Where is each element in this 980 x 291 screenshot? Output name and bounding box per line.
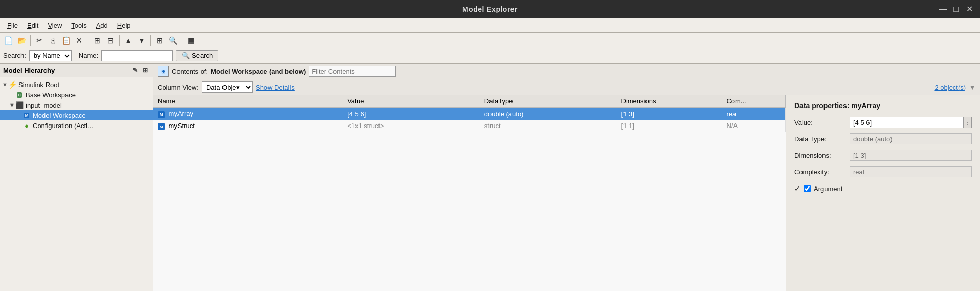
tree-item-base-workspace[interactable]: H Base Workspace	[0, 90, 153, 100]
menu-bar: File Edit View Tools Add Help	[0, 18, 980, 33]
name-input[interactable]	[101, 50, 173, 61]
tree-item-configuration[interactable]: ● Configuration (Acti...	[0, 120, 153, 131]
minimize-button[interactable]: —	[938, 5, 947, 14]
col-header-dimensions[interactable]: Dimensions	[617, 95, 722, 108]
contents-header: ⊞ Contents of: Model Workspace (and belo…	[153, 64, 980, 79]
row-name-mystruct: M myStruct	[153, 120, 343, 132]
base-workspace-icon: H	[15, 91, 24, 99]
prop-row-dimensions: Dimensions:	[794, 150, 972, 161]
filter-input[interactable]	[309, 66, 396, 77]
prop-row-datatype: Data Type:	[794, 133, 972, 144]
value-input[interactable]	[850, 117, 964, 128]
menu-help[interactable]: Help	[113, 20, 135, 31]
row-dimensions-myarray: [1 3]	[617, 108, 722, 120]
value-label: Value:	[794, 119, 845, 127]
objects-count[interactable]: 2 object(s)	[934, 84, 966, 91]
toolbar-grid-btn[interactable]: ⊟	[104, 35, 117, 46]
col-header-complexity[interactable]: Com...	[722, 95, 786, 108]
properties-panel: Data properties: myArray Value: ⋮ Data T…	[786, 95, 980, 291]
toolbar-cut-btn[interactable]: ✂	[33, 35, 46, 46]
dimensions-input[interactable]	[850, 150, 972, 161]
toolbar-table-btn[interactable]: ⊞	[91, 35, 103, 46]
expand-spacer-1	[9, 92, 15, 98]
table-row[interactable]: M myArray [4 5 6] double (auto) [1 3] re…	[153, 108, 786, 120]
column-view-select[interactable]: Data Obje▾	[202, 81, 253, 93]
menu-add[interactable]: Add	[92, 20, 112, 31]
search-label: Search:	[3, 52, 26, 59]
complexity-input[interactable]	[850, 166, 972, 177]
toolbar-copy-btn[interactable]: ⎘	[47, 35, 59, 46]
table-area: Name Value DataType Dimensions Com... M	[153, 95, 786, 291]
base-workspace-label: Base Workspace	[26, 91, 76, 99]
datatype-input[interactable]	[850, 133, 972, 144]
tree-area: ▼ ⚡ Simulink Root H Base Workspace ▼ ⬛ i…	[0, 77, 153, 291]
contents-icon: ⊞	[158, 66, 169, 77]
toolbar: 📄 📂 ✂ ⎘ 📋 ✕ ⊞ ⊟ ▲ ▼ ⊞ 🔍 ▦	[0, 33, 980, 48]
toolbar-delete-btn[interactable]: ✕	[73, 35, 85, 46]
title-bar: Model Explorer — □ ✕	[0, 0, 980, 18]
col-header-datatype[interactable]: DataType	[480, 95, 617, 108]
expand-input-model[interactable]: ▼	[9, 102, 15, 108]
row-datatype-mystruct: struct	[480, 120, 617, 132]
expand-icon[interactable]: ▼	[2, 81, 8, 88]
contents-prefix: Contents of:	[172, 68, 208, 75]
main-area: Model Hierarchy ✎ ⊞ ▼ ⚡ Simulink Root H …	[0, 64, 980, 291]
view-icon[interactable]: ⊞	[141, 66, 150, 75]
search-icon: 🔍	[182, 52, 190, 59]
model-workspace-icon: M	[23, 111, 31, 119]
toolbar-up-btn[interactable]: ▲	[122, 35, 135, 46]
close-button[interactable]: ✕	[965, 5, 974, 14]
search-type-select[interactable]: by Name	[29, 50, 72, 61]
row-dimensions-mystruct: [1 1]	[617, 120, 722, 132]
search-button[interactable]: 🔍 Search	[176, 50, 218, 61]
filter-dropdown-icon[interactable]: ▼	[969, 83, 976, 91]
checkmark-icon: ✓	[794, 184, 800, 193]
row-name-myarray: M myArray	[153, 108, 343, 120]
col-header-value[interactable]: Value	[343, 95, 480, 108]
tree-item-simulink-root[interactable]: ▼ ⚡ Simulink Root	[0, 79, 153, 90]
toolbar-open-btn[interactable]: 📂	[15, 35, 28, 46]
show-details-button[interactable]: Show Details	[256, 84, 295, 91]
right-panel: ⊞ Contents of: Model Workspace (and belo…	[153, 64, 980, 291]
menu-tools[interactable]: Tools	[67, 20, 91, 31]
model-hierarchy-title: Model Hierarchy	[3, 67, 55, 74]
value-input-more-btn[interactable]: ⋮	[964, 117, 972, 128]
tree-item-model-workspace[interactable]: M Model Workspace	[0, 110, 153, 120]
toolbar-sep-2	[88, 35, 88, 46]
input-model-label: input_model	[26, 101, 62, 109]
table-row[interactable]: M myStruct <1x1 struct> struct [1 1] N/A	[153, 120, 786, 132]
window-controls: — □ ✕	[938, 5, 974, 14]
edit-icon[interactable]: ✎	[130, 66, 140, 75]
tree-item-input-model[interactable]: ▼ ⬛ input_model	[0, 100, 153, 110]
left-panel: Model Hierarchy ✎ ⊞ ▼ ⚡ Simulink Root H …	[0, 64, 153, 291]
menu-edit[interactable]: Edit	[23, 20, 42, 31]
search-bar: Search: by Name Name: 🔍 Search	[0, 48, 980, 64]
toolbar-add-btn[interactable]: ⊞	[153, 35, 166, 46]
row-icon-myarray: M	[158, 111, 165, 118]
toolbar-paste-btn[interactable]: 📋	[60, 35, 72, 46]
menu-file[interactable]: File	[3, 20, 22, 31]
toolbar-extra-btn[interactable]: ▦	[185, 35, 197, 46]
row-complexity-mystruct: N/A	[722, 120, 786, 132]
model-workspace-label: Model Workspace	[33, 112, 86, 119]
prop-row-value: Value: ⋮	[794, 117, 972, 128]
toolbar-filter-btn[interactable]: ▼	[136, 35, 148, 46]
row-datatype-myarray: double (auto)	[480, 108, 617, 120]
toolbar-search-btn[interactable]: 🔍	[167, 35, 179, 46]
complexity-input-wrapper	[850, 166, 972, 177]
toolbar-sep-1	[30, 35, 31, 46]
col-header-name[interactable]: Name	[153, 95, 343, 108]
panel-header-icons: ✎ ⊞	[130, 66, 150, 75]
datatype-input-wrapper	[850, 133, 972, 144]
toolbar-new-btn[interactable]: 📄	[2, 35, 14, 46]
prop-row-complexity: Complexity:	[794, 166, 972, 177]
left-panel-header: Model Hierarchy ✎ ⊞	[0, 64, 153, 77]
simulink-root-icon: ⚡	[8, 80, 16, 89]
maximize-button[interactable]: □	[951, 5, 961, 14]
menu-view[interactable]: View	[43, 20, 66, 31]
name-label: Name:	[79, 52, 98, 59]
row-icon-mystruct: M	[158, 123, 165, 130]
argument-row: ✓ Argument	[794, 184, 972, 193]
expand-spacer-cfg	[16, 122, 23, 129]
argument-checkbox[interactable]	[804, 185, 811, 192]
